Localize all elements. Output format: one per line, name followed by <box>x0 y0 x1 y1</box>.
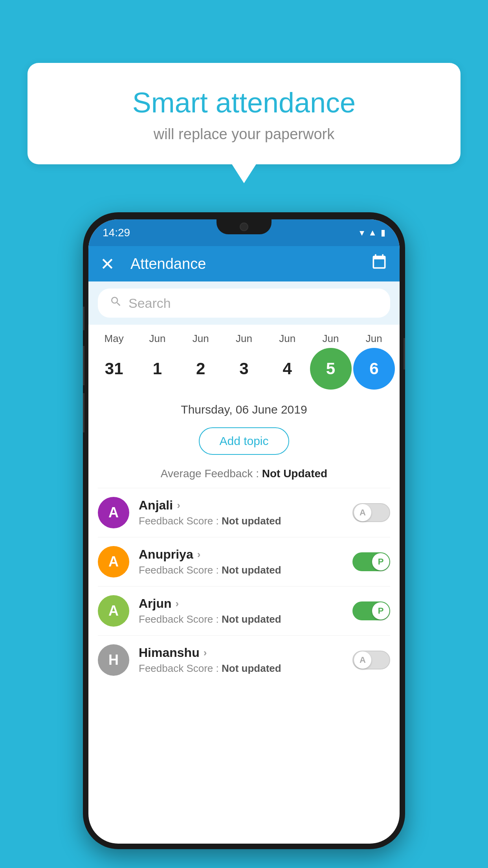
month-jun-4: Jun <box>266 333 308 345</box>
attendance-toggle-himanshu[interactable]: A <box>352 651 390 669</box>
add-topic-button[interactable]: Add topic <box>199 427 289 455</box>
month-jun-2: Jun <box>180 333 222 345</box>
student-name-arjun[interactable]: Arjun › <box>139 596 343 611</box>
phone-outer: 14:29 ▾ ▲ ▮ ✕ Attendance <box>83 212 405 849</box>
arrow-icon: › <box>176 598 179 610</box>
date-3[interactable]: 3 <box>223 348 265 390</box>
date-6-selected[interactable]: 6 <box>353 348 395 390</box>
toggle-knob-himanshu: A <box>354 651 371 669</box>
student-item: A Anupriya › Feedback Score : Not update… <box>98 537 390 586</box>
date-row: 31 1 2 3 4 5 6 <box>92 348 396 390</box>
month-jun-3: Jun <box>223 333 265 345</box>
phone-screen: 14:29 ▾ ▲ ▮ ✕ Attendance <box>88 219 400 844</box>
avg-feedback-value: Not Updated <box>262 467 327 480</box>
app-bar-title: Attendance <box>130 256 206 272</box>
student-name-anjali[interactable]: Anjali › <box>139 498 343 513</box>
speech-bubble-subtitle: will replace your paperwork <box>47 126 441 143</box>
toggle-knob-anjali: A <box>354 504 371 521</box>
search-bar[interactable]: Search <box>98 289 390 318</box>
search-icon <box>110 295 122 311</box>
attendance-toggle-arjun[interactable]: P <box>352 601 390 620</box>
student-info-himanshu: Himanshu › Feedback Score : Not updated <box>139 645 343 675</box>
power-button <box>404 338 405 370</box>
student-list: A Anjali › Feedback Score : Not updated … <box>88 488 400 684</box>
search-placeholder: Search <box>128 296 171 311</box>
student-name-anupriya[interactable]: Anupriya › <box>139 547 343 562</box>
battery-icon: ▮ <box>381 228 385 238</box>
month-jun-6: Jun <box>353 333 395 345</box>
student-item: A Arjun › Feedback Score : Not updated P <box>98 586 390 635</box>
student-item: A Anjali › Feedback Score : Not updated … <box>98 488 390 537</box>
toggle-himanshu[interactable]: A <box>352 651 390 669</box>
avg-feedback-label: Average Feedback : <box>161 467 262 480</box>
toggle-anjali[interactable]: A <box>352 503 390 522</box>
attendance-toggle-anupriya[interactable]: P <box>352 552 390 571</box>
student-info-arjun: Arjun › Feedback Score : Not updated <box>139 596 343 625</box>
front-camera <box>240 223 248 231</box>
arrow-icon: › <box>204 647 207 659</box>
speech-bubble: Smart attendance will replace your paper… <box>28 63 460 164</box>
date-1[interactable]: 1 <box>136 348 178 390</box>
date-5-today[interactable]: 5 <box>310 348 352 390</box>
speech-bubble-container: Smart attendance will replace your paper… <box>28 63 460 164</box>
avatar-anupriya: A <box>98 546 129 577</box>
avg-feedback: Average Feedback : Not Updated <box>88 463 400 488</box>
arrow-icon: › <box>177 499 180 511</box>
phone-container: 14:29 ▾ ▲ ▮ ✕ Attendance <box>83 212 405 849</box>
search-container: Search <box>88 281 400 325</box>
month-may: May <box>93 333 135 345</box>
student-feedback-arjun: Feedback Score : Not updated <box>139 613 343 625</box>
date-31[interactable]: 31 <box>93 348 135 390</box>
student-feedback-himanshu: Feedback Score : Not updated <box>139 662 343 675</box>
signal-icon: ▲ <box>368 228 377 238</box>
date-2[interactable]: 2 <box>180 348 222 390</box>
month-jun-1: Jun <box>136 333 178 345</box>
phone-notch <box>216 219 272 234</box>
toggle-knob-arjun: P <box>372 602 389 620</box>
toggle-arjun[interactable]: P <box>352 601 390 620</box>
toggle-anupriya[interactable]: P <box>352 552 390 571</box>
student-feedback-anupriya: Feedback Score : Not updated <box>139 564 343 576</box>
wifi-icon: ▾ <box>360 227 364 238</box>
volume-mute-button <box>83 307 84 330</box>
status-icons: ▾ ▲ ▮ <box>360 227 385 238</box>
student-name-himanshu[interactable]: Himanshu › <box>139 645 343 660</box>
month-jun-5: Jun <box>310 333 352 345</box>
close-button[interactable]: ✕ <box>100 254 115 274</box>
student-info-anupriya: Anupriya › Feedback Score : Not updated <box>139 547 343 576</box>
avatar-arjun: A <box>98 595 129 627</box>
calendar-icon[interactable] <box>371 254 388 274</box>
volume-down-button <box>83 393 84 432</box>
avatar-himanshu: H <box>98 644 129 676</box>
avatar-anjali: A <box>98 497 129 528</box>
date-4[interactable]: 4 <box>266 348 308 390</box>
student-info-anjali: Anjali › Feedback Score : Not updated <box>139 498 343 527</box>
app-bar: ✕ Attendance <box>88 246 400 281</box>
arrow-icon: › <box>197 548 201 561</box>
toggle-knob-anupriya: P <box>372 553 389 570</box>
calendar-row: May Jun Jun Jun Jun Jun Jun 31 1 2 3 4 5… <box>88 325 400 394</box>
add-topic-container: Add topic <box>88 422 400 463</box>
volume-up-button <box>83 346 84 385</box>
speech-bubble-title: Smart attendance <box>47 86 441 119</box>
attendance-toggle-anjali[interactable]: A <box>352 503 390 522</box>
student-feedback-anjali: Feedback Score : Not updated <box>139 515 343 527</box>
status-time: 14:29 <box>103 226 130 239</box>
student-item: H Himanshu › Feedback Score : Not update… <box>98 635 390 684</box>
selected-date-label: Thursday, 06 June 2019 <box>181 403 307 416</box>
date-info: Thursday, 06 June 2019 <box>88 394 400 422</box>
month-row: May Jun Jun Jun Jun Jun Jun <box>92 333 396 345</box>
